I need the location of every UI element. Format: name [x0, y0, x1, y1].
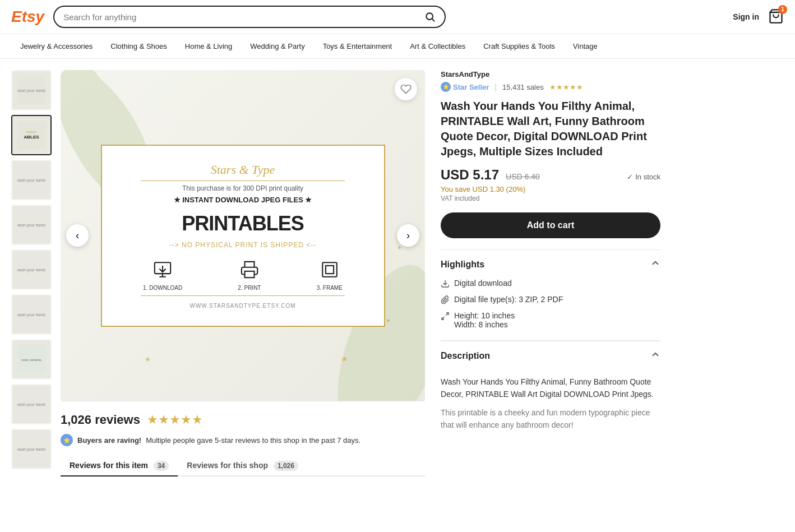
image-desc-text: This purchase is for 300 DPI print quali…	[115, 184, 371, 192]
sign-in-button[interactable]: Sign in	[733, 12, 759, 21]
highlights-title: Highlights	[441, 260, 484, 270]
price-row: USD 5.17 USD 6.40 ✓ In stock	[441, 167, 660, 183]
svg-text:★: ★	[341, 354, 348, 363]
shop-name[interactable]: StarsAndType	[441, 70, 660, 78]
add-to-cart-button[interactable]: Add to cart	[441, 212, 660, 238]
brand-divider	[141, 181, 345, 181]
thumbnail-7[interactable]: color variants	[11, 339, 52, 380]
seller-divider: |	[494, 82, 497, 91]
svg-text:★: ★	[386, 317, 391, 323]
digital-download-icon	[441, 279, 450, 290]
in-stock-indicator: ✓ In stock	[627, 173, 660, 181]
dimensions-icon	[441, 312, 450, 323]
thumbnail-4[interactable]: wash your hands	[11, 205, 52, 245]
nav-item-art[interactable]: Art & Collectibles	[401, 34, 474, 58]
raving-icon: ⭐	[61, 434, 73, 446]
svg-line-1	[432, 19, 435, 21]
highlights-chevron-icon	[650, 258, 660, 271]
search-bar	[53, 6, 446, 28]
nav-item-craft[interactable]: Craft Supplies & Tools	[474, 34, 564, 58]
thumbnail-3[interactable]: wash your hands	[11, 160, 52, 200]
svg-text:wash your hands: wash your hands	[17, 447, 45, 452]
svg-text:PRINT: PRINT	[26, 131, 36, 134]
svg-rect-39	[326, 265, 334, 273]
tab2-badge: 1,026	[274, 461, 298, 471]
star-seller-icon: ⭐	[441, 82, 451, 92]
step-print: 2. PRINT	[238, 260, 261, 291]
svg-rect-37	[244, 271, 254, 277]
main-image-area: ★ ★ ★ ★ ★ ★ ★ ★ Stars & Type Stars & Typ…	[61, 70, 425, 488]
seller-info-row: ⭐ Star Seller | 15,431 sales ★★★★★	[441, 82, 660, 92]
raving-row: ⭐ Buyers are raving! Multiple people gav…	[61, 434, 425, 446]
product-panel: StarsAndType ⭐ Star Seller | 15,431 sale…	[425, 70, 660, 488]
thumbnail-9[interactable]: wash your hands	[11, 429, 52, 469]
svg-text:wash your hands: wash your hands	[17, 178, 45, 183]
cart-button[interactable]: 1	[768, 8, 784, 26]
search-input[interactable]	[63, 12, 424, 22]
reviews-tabs: Reviews for this item 34 Reviews for thi…	[61, 455, 425, 477]
highlight-dimensions: Height: 10 inchesWidth: 8 inches	[441, 311, 660, 329]
highlight-digital-download: Digital download	[441, 279, 660, 290]
description-main: Wash Your Hands You Filthy Animal, Funny…	[441, 376, 660, 401]
svg-line-42	[442, 317, 445, 320]
step-download-label: 1. DOWNLOAD	[143, 285, 182, 291]
header-actions: Sign in 1	[733, 8, 784, 26]
highlight-file-type-text: Digital file type(s): 3 ZIP, 2 PDF	[454, 295, 563, 304]
you-save-label: You save USD 1.30 (20%)	[441, 185, 660, 193]
description-section-header[interactable]: Description	[441, 341, 660, 370]
print-icon	[238, 260, 261, 283]
etsy-logo[interactable]: Etsy	[11, 8, 44, 26]
highlight-dimensions-text: Height: 10 inchesWidth: 8 inches	[454, 311, 515, 329]
image-no-ship-text: --> NO PHYSICAL PRINT IS SHIPPED <--	[115, 241, 371, 249]
image-brand-text: Stars & Type	[115, 163, 371, 177]
nav-item-toys[interactable]: Toys & Entertainment	[314, 34, 401, 58]
wishlist-button[interactable]	[395, 78, 417, 100]
description-secondary: This printable is a cheeky and fun moder…	[441, 406, 660, 432]
svg-text:wash your hands: wash your hands	[17, 223, 45, 228]
raving-bold: Buyers are raving!	[77, 436, 141, 445]
product-card-overlay: Stars & Type This purchase is for 300 DP…	[101, 145, 385, 327]
description-section: Description Wash Your Hands You Filthy A…	[441, 340, 660, 432]
description-title: Description	[441, 351, 490, 361]
thumbnail-1[interactable]: wash your hands	[11, 70, 52, 110]
thumbnail-6[interactable]: wash your hands	[11, 294, 52, 335]
tab1-badge: 34	[154, 461, 169, 471]
nav-item-jewelry[interactable]: Jewelry & Accessories	[11, 34, 101, 58]
step-frame-label: 3. FRAME	[317, 285, 343, 291]
nav-item-wedding[interactable]: Wedding & Party	[241, 34, 313, 58]
file-type-icon	[441, 295, 450, 307]
image-steps: 1. DOWNLOAD 2. PRINT 3. FRAME	[115, 260, 371, 291]
tab-reviews-item[interactable]: Reviews for this item 34	[61, 455, 178, 475]
star-seller-label[interactable]: Star Seller	[453, 83, 489, 91]
main-nav: Jewelry & Accessories Clothing & Shoes H…	[0, 34, 795, 59]
highlights-section-header[interactable]: Highlights	[441, 249, 660, 279]
reviews-stars: ★★★★★	[147, 413, 203, 427]
download-icon	[143, 260, 182, 283]
image-printables-text: PRINTABLES	[115, 212, 371, 235]
thumbnail-8[interactable]: wash your hands	[11, 384, 52, 424]
next-image-button[interactable]: ›	[397, 224, 419, 247]
thumbnail-2[interactable]: PRINTABLES	[11, 115, 52, 155]
highlight-digital-download-text: Digital download	[454, 279, 512, 288]
cart-badge: 1	[778, 5, 787, 14]
highlights-list: Digital download Digital file type(s): 3…	[441, 279, 660, 340]
main-content: wash your hands PRINTABLES wash your han…	[0, 59, 795, 499]
product-main-image: ★ ★ ★ ★ ★ ★ ★ ★ Stars & Type Stars & Typ…	[61, 70, 425, 401]
tab-reviews-shop[interactable]: Reviews for this shop 1,026	[178, 455, 307, 475]
frame-icon	[317, 260, 343, 283]
nav-item-clothing[interactable]: Clothing & Shoes	[101, 34, 175, 58]
raving-desc: Multiple people gave 5-star reviews to t…	[146, 436, 360, 445]
highlight-file-type: Digital file type(s): 3 ZIP, 2 PDF	[441, 295, 660, 307]
nav-item-vintage[interactable]: Vintage	[564, 34, 607, 58]
prev-image-button[interactable]: ‹	[66, 224, 89, 247]
seller-sales: 15,431 sales	[502, 83, 544, 91]
thumbnail-5[interactable]: wash your hands	[11, 249, 52, 290]
star-seller-badge: ⭐ Star Seller	[441, 82, 489, 92]
step-print-label: 2. PRINT	[238, 285, 261, 291]
svg-text:color variants: color variants	[21, 358, 41, 362]
step-download: 1. DOWNLOAD	[143, 260, 182, 291]
price-current: USD 5.17	[441, 167, 499, 183]
image-website-text: WWW.STARSANDTYPE.ETSY.COM	[115, 303, 371, 309]
nav-item-home[interactable]: Home & Living	[176, 34, 242, 58]
search-button[interactable]	[424, 11, 436, 22]
